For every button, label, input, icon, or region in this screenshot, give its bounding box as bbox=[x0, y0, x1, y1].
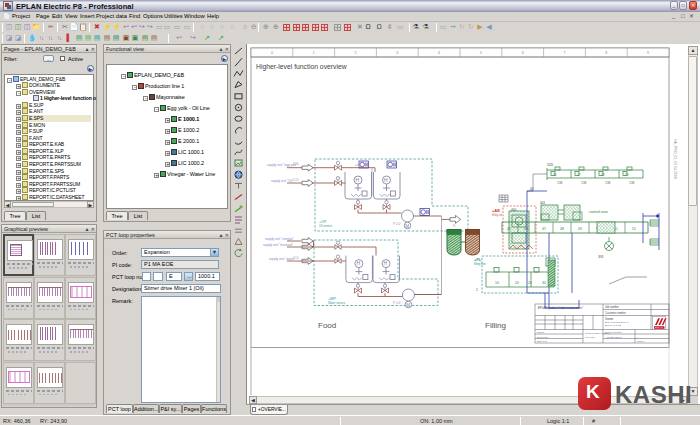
svg-text:Blatt 1/10: Blatt 1/10 bbox=[537, 340, 548, 343]
svg-text:C3B: C3B bbox=[557, 181, 563, 185]
svg-text:control area: control area bbox=[589, 210, 608, 214]
svg-text:H: H bbox=[356, 177, 360, 183]
svg-text:520: 520 bbox=[547, 163, 553, 167]
svg-text:P 1.04: P 1.04 bbox=[393, 301, 401, 305]
svg-text:48: 48 bbox=[560, 227, 564, 231]
svg-text:40: 40 bbox=[530, 187, 534, 191]
svg-text:C3B: C3B bbox=[629, 181, 635, 185]
svg-text:filling line: filling line bbox=[474, 262, 486, 266]
svg-text:P 1.02: P 1.02 bbox=[393, 222, 401, 226]
svg-text:2: 2 bbox=[355, 51, 357, 55]
svg-text:Bearbeitet: Bearbeitet bbox=[537, 336, 548, 339]
svg-text:supply unit "vinegar": supply unit "vinegar" bbox=[265, 237, 294, 241]
svg-text:20: 20 bbox=[515, 281, 519, 285]
svg-text:49: 49 bbox=[578, 227, 582, 231]
svg-text:19: 19 bbox=[625, 173, 629, 177]
svg-text:47: 47 bbox=[542, 227, 546, 231]
svg-text:1.54: 1.54 bbox=[293, 256, 299, 260]
svg-text:H: H bbox=[384, 177, 388, 183]
svg-text:+ OVERVIEW/1: + OVERVIEW/1 bbox=[605, 336, 623, 339]
svg-text:Oil service: Oil service bbox=[319, 224, 332, 228]
svg-text:C3B: C3B bbox=[605, 181, 611, 185]
svg-text:4: 4 bbox=[438, 51, 440, 55]
svg-text:391: 391 bbox=[598, 255, 604, 259]
svg-text:EPLAN: EPLAN bbox=[655, 326, 663, 329]
svg-text:supply unit "mustard": supply unit "mustard" bbox=[263, 243, 293, 247]
svg-text:51: 51 bbox=[632, 227, 636, 231]
svg-text:H: H bbox=[357, 260, 361, 266]
svg-text:H: H bbox=[384, 260, 388, 266]
svg-text:Page 1: Page 1 bbox=[637, 340, 645, 343]
svg-text:Job number: Job number bbox=[605, 305, 619, 309]
svg-text:M: M bbox=[405, 224, 409, 229]
svg-text:Higher-level function overview: Higher-level function overview bbox=[256, 63, 347, 71]
svg-text:Water service: Water service bbox=[328, 301, 345, 305]
svg-text:C3B: C3B bbox=[581, 181, 587, 185]
svg-text:7: 7 bbox=[564, 51, 566, 55]
svg-text:Benennung/title:: Benennung/title: bbox=[605, 331, 623, 334]
svg-text:18: 18 bbox=[601, 173, 605, 177]
svg-text:EPLAN product "select a item m: EPLAN product "select a item mixer" bbox=[538, 306, 583, 310]
svg-text:filling oil: filling oil bbox=[492, 213, 502, 217]
svg-text:1: 1 bbox=[476, 288, 478, 292]
svg-text:17: 17 bbox=[577, 173, 581, 177]
svg-text:45: 45 bbox=[507, 227, 511, 231]
svg-text:3: 3 bbox=[396, 51, 398, 55]
svg-text:HA_PRO_05_05 04.2008: HA_PRO_05_05 04.2008 bbox=[673, 139, 677, 179]
svg-text:Filling: Filling bbox=[485, 321, 506, 330]
svg-text:Datum: Datum bbox=[537, 331, 544, 334]
svg-text:16: 16 bbox=[553, 173, 557, 177]
svg-text:20: 20 bbox=[528, 281, 532, 285]
svg-text:Bulk R. G-5 NL: Bulk R. G-5 NL bbox=[605, 324, 622, 327]
svg-text:1.55: 1.55 bbox=[293, 178, 299, 182]
svg-text:Food: Food bbox=[318, 321, 336, 330]
svg-text:Customer number: Customer number bbox=[605, 311, 626, 315]
svg-text:Stamm: Stamm bbox=[605, 317, 613, 321]
svg-text:9: 9 bbox=[647, 51, 649, 55]
svg-text:supply unit "water": supply unit "water" bbox=[269, 257, 295, 261]
svg-text:6: 6 bbox=[522, 51, 524, 55]
svg-text:M: M bbox=[406, 303, 410, 308]
svg-text:supply unit "Oil": supply unit "Oil" bbox=[271, 179, 293, 183]
svg-text:5: 5 bbox=[480, 51, 482, 55]
svg-text:overview: overview bbox=[585, 336, 595, 339]
svg-text:1: 1 bbox=[313, 51, 315, 55]
svg-text:401: 401 bbox=[540, 201, 546, 205]
svg-text:0: 0 bbox=[271, 51, 273, 55]
svg-text:1.56: 1.56 bbox=[293, 162, 299, 166]
svg-text:30: 30 bbox=[542, 281, 546, 285]
svg-text:10: 10 bbox=[495, 281, 499, 285]
svg-text:8: 8 bbox=[605, 51, 607, 55]
